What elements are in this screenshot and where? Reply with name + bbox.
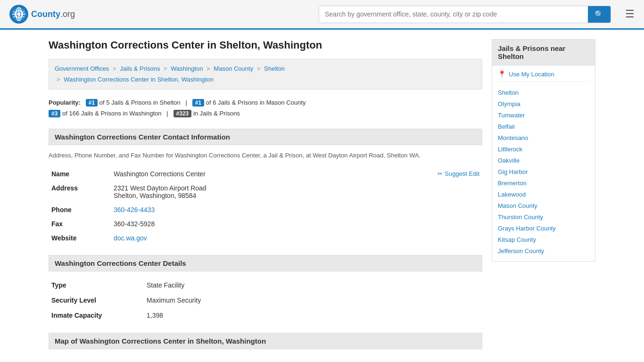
sidebar-link-gig-harbor[interactable]: Gig Harbor [498,168,528,175]
hamburger-menu-icon[interactable]: ☰ [625,8,635,20]
sidebar-link-grays-harbor-county[interactable]: Grays Harbor County [498,225,556,232]
type-value: State Facility [145,278,481,292]
map-section-header: Map of Washington Corrections Center in … [49,333,482,349]
name-label: Name [50,167,111,181]
search-bar: 🔍 [319,6,611,23]
sidebar-link-littlerock[interactable]: Littlerock [498,146,522,153]
table-row: Name Washington Corrections Center ✂ Sug… [50,167,481,181]
sidebar-link-tumwater[interactable]: Tumwater [498,112,525,119]
address-value: 2321 West Dayton Airport Road Shelton, W… [112,181,481,202]
logo-link[interactable]: County.org [9,5,75,24]
list-item: Shelton [498,87,589,98]
list-item: Tumwater [498,109,589,121]
breadcrumb-mason-county[interactable]: Mason County [214,65,253,72]
page-title: Washington Corrections Center in Shelton… [49,39,482,51]
fax-label: Fax [50,217,111,230]
search-button[interactable]: 🔍 [588,6,611,23]
table-row: Fax 360-432-5928 [50,217,481,230]
table-row: Address 2321 West Dayton Airport Road Sh… [50,181,481,202]
contact-description: Address, Phone Number, and Fax Number fo… [49,151,482,160]
popularity-badge-4: #323 [173,110,192,117]
list-item: Bremerton [498,177,589,189]
capacity-value: 1,398 [145,308,481,322]
details-table: Type State Facility Security Level Maxim… [49,277,482,323]
sidebar-link-bremerton[interactable]: Bremerton [498,180,527,187]
location-pin-icon: 📍 [498,70,506,78]
table-row: Website doc.wa.gov [50,231,481,245]
capacity-label: Inmate Capacity [50,308,144,322]
table-row: Type State Facility [50,278,481,292]
breadcrumb-jails-prisons[interactable]: Jails & Prisons [120,65,160,72]
suggest-edit-button[interactable]: ✂ Suggest Edit [438,170,479,177]
logo-text: County.org [31,9,75,19]
list-item: Jefferson County [498,245,589,256]
popularity-text-4: in Jails & Prisons [193,110,240,117]
phone-link[interactable]: 360-426-4433 [114,206,155,214]
website-link[interactable]: doc.wa.gov [114,234,147,242]
list-item: Oakville [498,155,589,166]
use-my-location-link[interactable]: Use My Location [509,71,554,78]
contact-table: Name Washington Corrections Center ✂ Sug… [49,166,482,246]
popularity-text-1: of 5 Jails & Prisons in Shelton [99,99,181,106]
popularity-badge-3: #3 [49,110,60,117]
phone-value: 360-426-4433 [112,203,481,216]
sidebar-link-belfair[interactable]: Belfair [498,123,515,130]
breadcrumb: Government Offices > Jails & Prisons > W… [49,59,482,90]
security-value: Maximum Security [145,293,481,307]
sidebar-link-lakewood[interactable]: Lakewood [498,191,526,198]
breadcrumb-shelton[interactable]: Shelton [264,65,285,72]
breadcrumb-current[interactable]: Washington Corrections Center in Shelton… [64,76,214,83]
website-label: Website [50,231,111,245]
table-row: Inmate Capacity 1,398 [50,308,481,322]
list-item: Lakewood [498,189,589,200]
sidebar-links-list: Shelton Olympia Tumwater Belfair Montesa… [498,87,589,256]
fax-value: 360-432-5928 [112,217,481,230]
sidebar-header: Jails & Prisons near Shelton [492,39,595,66]
list-item: Mason County [498,200,589,211]
breadcrumb-washington[interactable]: Washington [171,65,203,72]
table-row: Phone 360-426-4433 [50,203,481,216]
popularity-section: Popularity: #1 of 5 Jails & Prisons in S… [49,97,482,119]
security-label: Security Level [50,293,144,307]
list-item: Littlerock [498,143,589,155]
website-value: doc.wa.gov [112,231,481,245]
breadcrumb-government-offices[interactable]: Government Offices [55,65,109,72]
main-content: Washington Corrections Center in Shelton… [49,39,482,355]
list-item: Thurston County [498,211,589,222]
sidebar-link-jefferson-county[interactable]: Jefferson County [498,247,544,255]
map-section: Map of Washington Corrections Center in … [49,333,482,349]
use-my-location-row: 📍 Use My Location [498,70,589,82]
phone-label: Phone [50,203,111,216]
popularity-label: Popularity: [49,99,81,106]
sidebar-link-mason-county[interactable]: Mason County [498,202,537,209]
sidebar: Jails & Prisons near Shelton 📍 Use My Lo… [492,39,595,355]
popularity-badge-2: #1 [192,99,204,107]
sidebar-body: 📍 Use My Location Shelton Olympia Tumwat… [492,66,595,262]
sidebar-link-thurston-county[interactable]: Thurston County [498,214,543,221]
site-header: County.org 🔍 ☰ [0,0,644,30]
content-wrapper: Washington Corrections Center in Shelton… [39,30,605,362]
list-item: Olympia [498,98,589,109]
sidebar-link-montesano[interactable]: Montesano [498,134,528,141]
details-section-header: Washington Corrections Center Details [49,255,482,272]
sidebar-link-olympia[interactable]: Olympia [498,100,520,107]
popularity-text-2: of 6 Jails & Prisons in Mason County [206,99,306,106]
sidebar-link-shelton[interactable]: Shelton [498,89,519,96]
sidebar-link-oakville[interactable]: Oakville [498,157,520,164]
address-label: Address [50,181,111,202]
popularity-badge-1: #1 [86,99,98,107]
list-item: Belfair [498,121,589,132]
suggest-edit-icon: ✂ [438,170,443,177]
list-item: Montesano [498,132,589,143]
sidebar-link-kitsap-county[interactable]: Kitsap County [498,236,536,243]
search-input[interactable] [319,6,588,23]
table-row: Security Level Maximum Security [50,293,481,307]
popularity-text-3: of 166 Jails & Prisons in Washington [62,110,162,117]
list-item: Gig Harbor [498,166,589,177]
list-item: Kitsap County [498,234,589,245]
list-item: Grays Harbor County [498,222,589,234]
type-label: Type [50,278,144,292]
logo-icon [9,5,28,24]
contact-section-header: Washington Corrections Center Contact In… [49,129,482,145]
name-value: Washington Corrections Center ✂ Suggest … [112,167,481,181]
